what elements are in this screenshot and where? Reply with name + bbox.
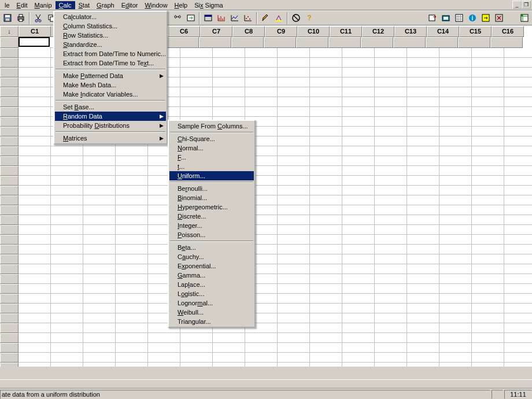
cell[interactable] <box>51 205 83 215</box>
cell[interactable] <box>375 294 407 304</box>
cell[interactable] <box>439 333 472 343</box>
menuitem-column-statistics[interactable]: Column Statistics... <box>55 21 166 31</box>
cell[interactable] <box>310 146 342 156</box>
cell[interactable] <box>19 245 51 254</box>
cell[interactable] <box>83 235 116 245</box>
cell[interactable] <box>342 235 375 245</box>
cell[interactable] <box>504 127 532 136</box>
cell[interactable] <box>407 304 439 313</box>
cell[interactable] <box>278 254 310 264</box>
cell[interactable] <box>439 97 472 107</box>
cell[interactable] <box>213 107 245 117</box>
column-subheader[interactable] <box>458 37 490 48</box>
cell[interactable] <box>504 284 532 294</box>
column-header[interactable]: C14 <box>427 26 459 37</box>
cell[interactable] <box>439 117 472 127</box>
cell[interactable] <box>278 225 310 235</box>
cell[interactable] <box>407 313 439 323</box>
cell[interactable] <box>375 225 407 235</box>
cell[interactable] <box>407 215 439 225</box>
cell[interactable] <box>116 343 148 353</box>
cell[interactable] <box>472 284 504 294</box>
chart3-icon[interactable] <box>242 12 254 24</box>
cell[interactable] <box>180 363 213 367</box>
cell[interactable] <box>375 313 407 323</box>
cell[interactable] <box>407 274 439 284</box>
cell[interactable] <box>342 136 375 146</box>
cell[interactable] <box>342 264 375 274</box>
row-header[interactable] <box>0 333 19 343</box>
cell[interactable] <box>83 176 116 186</box>
cell[interactable] <box>310 136 342 146</box>
cell[interactable] <box>19 353 51 363</box>
cell[interactable] <box>51 294 83 304</box>
cell[interactable] <box>19 176 51 186</box>
cell[interactable] <box>472 146 504 156</box>
column-header[interactable]: C10 <box>297 26 330 37</box>
cell[interactable] <box>245 333 278 343</box>
cell[interactable] <box>342 313 375 323</box>
cell[interactable] <box>504 304 532 313</box>
cell[interactable] <box>504 97 532 107</box>
cell[interactable] <box>310 284 342 294</box>
row-header[interactable] <box>0 176 19 186</box>
menuitem-laplace[interactable]: Laplace... <box>169 280 254 289</box>
session-window-icon[interactable] <box>426 12 439 24</box>
cell[interactable] <box>19 117 51 127</box>
cell[interactable] <box>278 274 310 284</box>
cell[interactable] <box>83 156 116 166</box>
cell[interactable] <box>180 77 213 87</box>
cell[interactable] <box>278 343 310 353</box>
cell[interactable] <box>504 87 532 97</box>
cell[interactable] <box>19 235 51 245</box>
row-header[interactable] <box>0 245 19 254</box>
cell[interactable] <box>472 235 504 245</box>
cell[interactable] <box>439 264 472 274</box>
cell[interactable] <box>19 58 51 68</box>
cell[interactable] <box>439 58 472 68</box>
menuitem-cauchy[interactable]: Cauchy... <box>169 252 254 261</box>
cell[interactable] <box>180 48 213 58</box>
cell[interactable] <box>342 343 375 353</box>
cell[interactable] <box>310 58 342 68</box>
cell[interactable] <box>342 146 375 156</box>
cell[interactable] <box>439 205 472 215</box>
cell[interactable] <box>375 333 407 343</box>
menu-stat[interactable]: Stat <box>75 1 94 9</box>
active-cell[interactable] <box>19 37 50 47</box>
cell[interactable] <box>83 264 116 274</box>
cell[interactable] <box>310 117 342 127</box>
cell[interactable] <box>310 127 342 136</box>
cell[interactable] <box>439 235 472 245</box>
cell[interactable] <box>375 97 407 107</box>
cell[interactable] <box>407 156 439 166</box>
column-subheader[interactable] <box>264 37 296 48</box>
cell[interactable] <box>278 127 310 136</box>
row-header[interactable] <box>0 254 19 264</box>
column-header[interactable]: C15 <box>459 26 492 37</box>
cell[interactable] <box>504 176 532 186</box>
menu-help[interactable]: Help <box>171 1 191 9</box>
cell[interactable] <box>407 363 439 367</box>
cell[interactable] <box>504 156 532 166</box>
cell[interactable] <box>278 146 310 156</box>
cell[interactable] <box>407 284 439 294</box>
cell[interactable] <box>375 353 407 363</box>
menuitem-f[interactable]: F... <box>169 153 254 162</box>
row-header[interactable] <box>0 117 19 127</box>
cell[interactable] <box>213 77 245 87</box>
namebox[interactable]: C1 <box>19 26 51 37</box>
menu-window[interactable]: Window <box>141 1 171 9</box>
cell[interactable] <box>342 363 375 367</box>
cell[interactable] <box>342 166 375 176</box>
column-subheader[interactable] <box>328 37 361 48</box>
cell[interactable] <box>116 205 148 215</box>
menuitem-calculator[interactable]: Calculator... <box>55 12 166 21</box>
cell[interactable] <box>472 304 504 313</box>
cell[interactable] <box>472 87 504 97</box>
cell[interactable] <box>375 235 407 245</box>
cell[interactable] <box>472 205 504 215</box>
cell[interactable] <box>116 333 148 343</box>
cell[interactable] <box>116 323 148 333</box>
menuitem-uniform[interactable]: Uniform... <box>169 171 254 180</box>
